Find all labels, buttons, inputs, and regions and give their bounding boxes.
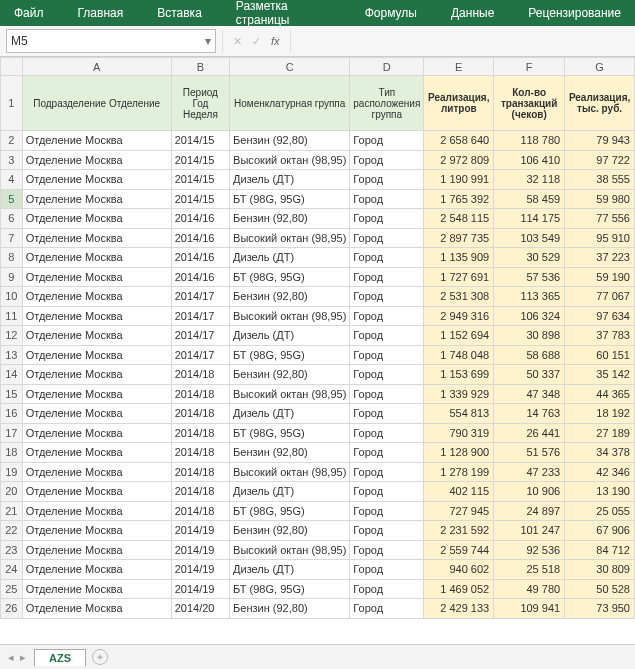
cell[interactable]: Дизель (ДТ) — [230, 170, 350, 190]
cell[interactable]: Отделение Москва — [22, 462, 171, 482]
hdr-liters[interactable]: Реализация, литров — [424, 76, 494, 131]
cell[interactable]: Бензин (92,80) — [230, 209, 350, 229]
cell[interactable]: 1 135 909 — [424, 248, 494, 268]
cell[interactable]: 2014/19 — [171, 521, 229, 541]
cell[interactable]: Город — [350, 384, 424, 404]
cell[interactable]: 2014/15 — [171, 150, 229, 170]
cell[interactable]: 2 897 735 — [424, 228, 494, 248]
cell[interactable]: Город — [350, 131, 424, 151]
cell[interactable]: Отделение Москва — [22, 248, 171, 268]
row-19[interactable]: 19 — [1, 462, 23, 482]
cell[interactable]: 402 115 — [424, 482, 494, 502]
cell[interactable]: Город — [350, 423, 424, 443]
cell[interactable]: 2014/16 — [171, 228, 229, 248]
col-G[interactable]: G — [565, 58, 635, 76]
cell[interactable]: Отделение Москва — [22, 345, 171, 365]
row-13[interactable]: 13 — [1, 345, 23, 365]
cell[interactable]: Город — [350, 365, 424, 385]
cell[interactable]: 57 536 — [494, 267, 565, 287]
cell[interactable]: Город — [350, 209, 424, 229]
row-1[interactable]: 1 — [1, 76, 23, 131]
cell[interactable]: 47 233 — [494, 462, 565, 482]
cell[interactable]: Город — [350, 462, 424, 482]
cell[interactable]: Отделение Москва — [22, 287, 171, 307]
cell[interactable]: 1 748 048 — [424, 345, 494, 365]
cell[interactable]: Отделение Москва — [22, 443, 171, 463]
cell[interactable]: 1 727 691 — [424, 267, 494, 287]
cell[interactable]: Город — [350, 267, 424, 287]
tab-prev-icon[interactable]: ◂ — [8, 651, 14, 664]
cell[interactable]: 101 247 — [494, 521, 565, 541]
row-24[interactable]: 24 — [1, 560, 23, 580]
ribbon-layout[interactable]: Разметка страницы — [228, 0, 339, 30]
cell[interactable]: 2014/18 — [171, 384, 229, 404]
cell[interactable]: 1 153 699 — [424, 365, 494, 385]
cell[interactable]: 95 910 — [565, 228, 635, 248]
cancel-icon[interactable]: ✕ — [233, 35, 242, 48]
cell[interactable]: 554 813 — [424, 404, 494, 424]
row-5[interactable]: 5 — [1, 189, 23, 209]
row-4[interactable]: 4 — [1, 170, 23, 190]
hdr-division[interactable]: Подразделение Отделение — [22, 76, 171, 131]
ribbon-data[interactable]: Данные — [443, 3, 502, 23]
cell[interactable]: Высокий октан (98,95) — [230, 462, 350, 482]
cell[interactable]: Город — [350, 443, 424, 463]
cell[interactable]: 113 365 — [494, 287, 565, 307]
cell[interactable]: 14 763 — [494, 404, 565, 424]
cell[interactable]: Город — [350, 501, 424, 521]
cell[interactable]: БТ (98G, 95G) — [230, 267, 350, 287]
cell[interactable]: Отделение Москва — [22, 189, 171, 209]
cell[interactable]: 30 809 — [565, 560, 635, 580]
cell[interactable]: Город — [350, 150, 424, 170]
cell[interactable]: 1 128 900 — [424, 443, 494, 463]
cell[interactable]: 2014/18 — [171, 443, 229, 463]
cell[interactable]: Город — [350, 189, 424, 209]
cell[interactable]: Отделение Москва — [22, 423, 171, 443]
row-9[interactable]: 9 — [1, 267, 23, 287]
cell[interactable]: 59 190 — [565, 267, 635, 287]
cell[interactable]: Дизель (ДТ) — [230, 404, 350, 424]
cell[interactable]: 114 175 — [494, 209, 565, 229]
cell[interactable]: Отделение Москва — [22, 540, 171, 560]
hdr-trans[interactable]: Кол-во транзакций (чеков) — [494, 76, 565, 131]
cell[interactable]: 106 324 — [494, 306, 565, 326]
cell[interactable]: Отделение Москва — [22, 365, 171, 385]
cell[interactable]: Отделение Москва — [22, 306, 171, 326]
cell[interactable]: 37 223 — [565, 248, 635, 268]
cell[interactable]: 118 780 — [494, 131, 565, 151]
cell[interactable]: 2014/15 — [171, 170, 229, 190]
row-12[interactable]: 12 — [1, 326, 23, 346]
cell[interactable]: Бензин (92,80) — [230, 365, 350, 385]
col-B[interactable]: B — [171, 58, 229, 76]
cell[interactable]: 2014/18 — [171, 501, 229, 521]
cell[interactable]: 2014/16 — [171, 209, 229, 229]
hdr-rub[interactable]: Реализация, тыс. руб. — [565, 76, 635, 131]
cell[interactable]: 34 378 — [565, 443, 635, 463]
cell[interactable]: 2 231 592 — [424, 521, 494, 541]
cell[interactable]: Отделение Москва — [22, 326, 171, 346]
cell[interactable]: 2014/18 — [171, 404, 229, 424]
cell[interactable]: 2014/17 — [171, 326, 229, 346]
cell[interactable]: БТ (98G, 95G) — [230, 345, 350, 365]
cell[interactable]: 47 348 — [494, 384, 565, 404]
row-3[interactable]: 3 — [1, 150, 23, 170]
cell[interactable]: Высокий октан (98,95) — [230, 384, 350, 404]
cell[interactable]: 106 410 — [494, 150, 565, 170]
cell[interactable]: БТ (98G, 95G) — [230, 501, 350, 521]
cell[interactable]: Отделение Москва — [22, 170, 171, 190]
row-7[interactable]: 7 — [1, 228, 23, 248]
cell[interactable]: 1 152 694 — [424, 326, 494, 346]
cell[interactable]: 97 722 — [565, 150, 635, 170]
cell[interactable]: 73 950 — [565, 599, 635, 619]
cell[interactable]: 2014/19 — [171, 540, 229, 560]
cell[interactable]: Дизель (ДТ) — [230, 326, 350, 346]
cell[interactable]: Город — [350, 540, 424, 560]
row-20[interactable]: 20 — [1, 482, 23, 502]
cell[interactable]: 2014/19 — [171, 579, 229, 599]
hdr-period[interactable]: Период Год Неделя — [171, 76, 229, 131]
col-E[interactable]: E — [424, 58, 494, 76]
cell[interactable]: Город — [350, 345, 424, 365]
cell[interactable]: Город — [350, 287, 424, 307]
cell[interactable]: 30 898 — [494, 326, 565, 346]
cell[interactable]: 44 365 — [565, 384, 635, 404]
